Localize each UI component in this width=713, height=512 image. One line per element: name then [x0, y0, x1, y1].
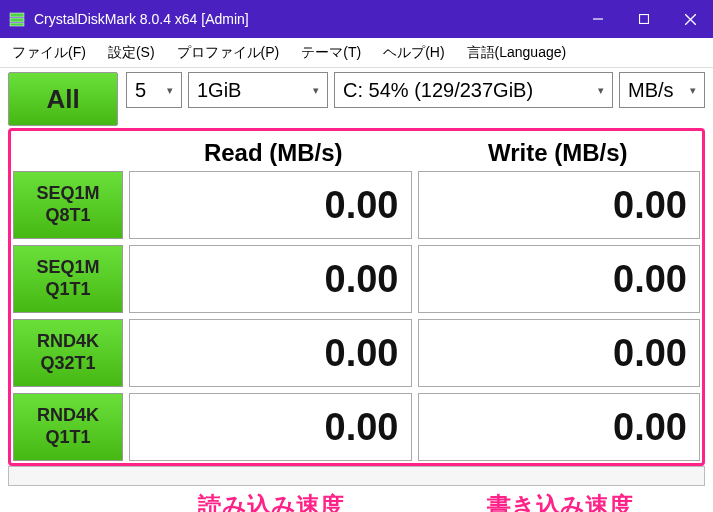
read-value: 0.00 — [129, 319, 412, 387]
read-value: 0.00 — [129, 245, 412, 313]
chevron-down-icon: ▾ — [598, 84, 604, 97]
test-label-line1: RND4K — [37, 331, 99, 353]
test-button-rnd4k-q32t1[interactable]: RND4K Q32T1 — [13, 319, 123, 387]
menu-file[interactable]: ファイル(F) — [8, 41, 90, 65]
test-label-line1: SEQ1M — [36, 257, 99, 279]
menu-help[interactable]: ヘルプ(H) — [379, 41, 448, 65]
chevron-down-icon: ▾ — [167, 84, 173, 97]
minimize-button[interactable] — [575, 0, 621, 38]
annotation-footer: 読み込み速度 書き込み速度 — [8, 488, 705, 512]
menubar: ファイル(F) 設定(S) プロファイル(P) テーマ(T) ヘルプ(H) 言語… — [0, 38, 713, 68]
test-label-line2: Q1T1 — [45, 279, 90, 301]
test-label-line2: Q32T1 — [40, 353, 95, 375]
table-row: SEQ1M Q8T1 0.00 0.00 — [13, 171, 700, 239]
test-button-seq1m-q1t1[interactable]: SEQ1M Q1T1 — [13, 245, 123, 313]
svg-rect-2 — [10, 23, 24, 26]
test-button-seq1m-q8t1[interactable]: SEQ1M Q8T1 — [13, 171, 123, 239]
run-all-button[interactable]: All — [8, 72, 118, 126]
count-select[interactable]: 5 ▾ — [126, 72, 182, 108]
test-label-line2: Q8T1 — [45, 205, 90, 227]
write-value: 0.00 — [418, 393, 701, 461]
svg-rect-1 — [10, 18, 24, 22]
maximize-button[interactable] — [621, 0, 667, 38]
toolbar: All 5 ▾ 1GiB ▾ C: 54% (129/237GiB) ▾ MB/… — [0, 68, 713, 126]
titlebar: CrystalDiskMark 8.0.4 x64 [Admin] — [0, 0, 713, 38]
selectors: 5 ▾ 1GiB ▾ C: 54% (129/237GiB) ▾ MB/s ▾ — [126, 72, 705, 108]
app-icon — [8, 10, 26, 28]
svg-rect-4 — [640, 15, 649, 24]
write-value: 0.00 — [418, 319, 701, 387]
annotation-write: 書き込み速度 — [416, 488, 706, 512]
drive-value: C: 54% (129/237GiB) — [343, 79, 533, 102]
table-row: SEQ1M Q1T1 0.00 0.00 — [13, 245, 700, 313]
table-row: RND4K Q1T1 0.00 0.00 — [13, 393, 700, 461]
close-button[interactable] — [667, 0, 713, 38]
count-value: 5 — [135, 79, 146, 102]
grid-header: Read (MB/s) Write (MB/s) — [131, 133, 700, 171]
menu-settings[interactable]: 設定(S) — [104, 41, 159, 65]
size-value: 1GiB — [197, 79, 241, 102]
window-title: CrystalDiskMark 8.0.4 x64 [Admin] — [34, 11, 575, 27]
run-all-label: All — [46, 84, 79, 115]
test-label-line1: RND4K — [37, 405, 99, 427]
menu-profile[interactable]: プロファイル(P) — [173, 41, 284, 65]
result-grid: Read (MB/s) Write (MB/s) SEQ1M Q8T1 0.00… — [8, 128, 705, 466]
table-row: RND4K Q32T1 0.00 0.00 — [13, 319, 700, 387]
chevron-down-icon: ▾ — [313, 84, 319, 97]
annotation-read: 読み込み速度 — [126, 488, 416, 512]
write-value: 0.00 — [418, 245, 701, 313]
grid-rows: SEQ1M Q8T1 0.00 0.00 SEQ1M Q1T1 0.00 0.0… — [13, 171, 700, 461]
header-read: Read (MB/s) — [131, 133, 416, 171]
read-value: 0.00 — [129, 393, 412, 461]
test-label-line2: Q1T1 — [45, 427, 90, 449]
read-value: 0.00 — [129, 171, 412, 239]
write-value: 0.00 — [418, 171, 701, 239]
drive-select[interactable]: C: 54% (129/237GiB) ▾ — [334, 72, 613, 108]
chevron-down-icon: ▾ — [690, 84, 696, 97]
test-button-rnd4k-q1t1[interactable]: RND4K Q1T1 — [13, 393, 123, 461]
menu-language[interactable]: 言語(Language) — [463, 41, 571, 65]
test-label-line1: SEQ1M — [36, 183, 99, 205]
svg-rect-0 — [10, 13, 24, 17]
size-select[interactable]: 1GiB ▾ — [188, 72, 328, 108]
menu-theme[interactable]: テーマ(T) — [297, 41, 365, 65]
unit-select[interactable]: MB/s ▾ — [619, 72, 705, 108]
status-bar — [8, 466, 705, 486]
highlight-box: Read (MB/s) Write (MB/s) SEQ1M Q8T1 0.00… — [8, 128, 705, 466]
unit-value: MB/s — [628, 79, 674, 102]
header-write: Write (MB/s) — [416, 133, 701, 171]
